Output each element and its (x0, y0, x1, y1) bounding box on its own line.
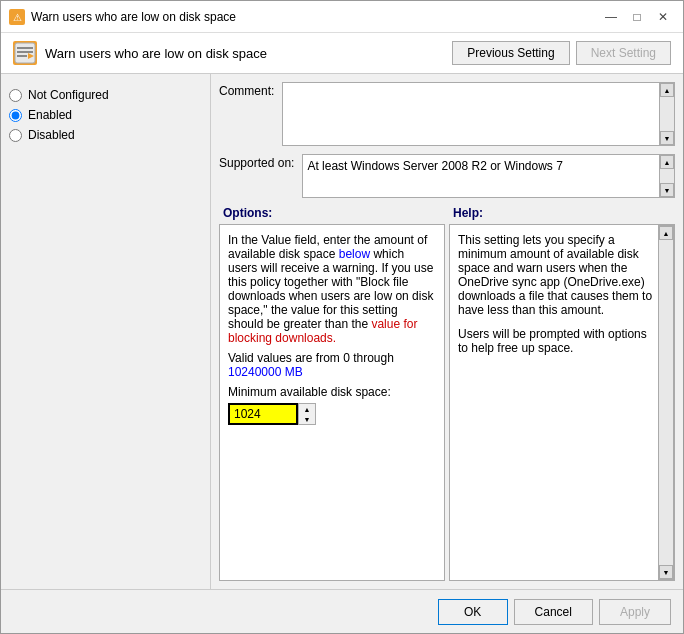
help-scroll-up[interactable]: ▲ (659, 226, 673, 240)
help-box: This setting lets you specify a minimum … (450, 225, 674, 580)
next-setting-button[interactable]: Next Setting (576, 41, 671, 65)
supported-label: Supported on: (219, 154, 294, 170)
svg-rect-5 (17, 55, 27, 57)
spinner-down-button[interactable]: ▼ (299, 414, 315, 424)
supported-value: At least Windows Server 2008 R2 or Windo… (302, 154, 675, 198)
header-buttons: Previous Setting Next Setting (452, 41, 671, 65)
not-configured-label: Not Configured (28, 88, 109, 102)
help-section: Help: This setting lets you specify a mi… (449, 206, 675, 581)
help-scrollbar[interactable]: ▲ ▼ (658, 225, 674, 580)
ok-button[interactable]: OK (438, 599, 508, 625)
enabled-radio[interactable] (9, 109, 22, 122)
options-help-row: Options: In the Value field, enter the a… (219, 206, 675, 581)
main-window: ⚠ Warn users who are low on disk space —… (0, 0, 684, 634)
options-section: Options: In the Value field, enter the a… (219, 206, 445, 581)
minimize-button[interactable]: — (599, 7, 623, 27)
cancel-button[interactable]: Cancel (514, 599, 593, 625)
supported-scroll-down[interactable]: ▼ (660, 183, 674, 197)
not-configured-radio-item[interactable]: Not Configured (9, 88, 202, 102)
supported-scroll-up[interactable]: ▲ (660, 155, 674, 169)
comment-label: Comment: (219, 82, 274, 98)
disabled-label: Disabled (28, 128, 75, 142)
disabled-radio[interactable] (9, 129, 22, 142)
supported-scroll-track (660, 169, 674, 183)
spinner-input[interactable] (228, 403, 298, 425)
help-paragraph2: Users will be prompted with options to h… (458, 327, 654, 355)
header-icon (13, 41, 37, 65)
close-button[interactable]: ✕ (651, 7, 675, 27)
help-scroll-track (659, 240, 673, 565)
svg-rect-4 (17, 51, 33, 53)
min-disk-label: Minimum available disk space: (228, 385, 436, 399)
main-content: Not Configured Enabled Disabled Comment: (1, 74, 683, 589)
header-left: Warn users who are low on disk space (13, 41, 267, 65)
help-scroll-down[interactable]: ▼ (659, 565, 673, 579)
window-title: Warn users who are low on disk space (31, 10, 236, 24)
comment-scroll-track (660, 97, 674, 131)
title-bar-left: ⚠ Warn users who are low on disk space (9, 9, 236, 25)
comment-section: Comment: ▲ ▼ (219, 82, 675, 146)
comment-scroll-down[interactable]: ▼ (660, 131, 674, 145)
svg-rect-3 (17, 47, 33, 49)
options-paragraph1: In the Value field, enter the amount of … (228, 233, 436, 345)
title-bar: ⚠ Warn users who are low on disk space —… (1, 1, 683, 33)
enabled-radio-item[interactable]: Enabled (9, 108, 202, 122)
comment-textarea[interactable] (282, 82, 675, 146)
options-box: In the Value field, enter the amount of … (219, 224, 445, 581)
left-panel: Not Configured Enabled Disabled (1, 74, 211, 589)
comment-scroll-up[interactable]: ▲ (660, 83, 674, 97)
svg-text:⚠: ⚠ (13, 12, 22, 23)
right-panel: Comment: ▲ ▼ Supported on: At least Wind… (211, 74, 683, 589)
options-label: Options: (219, 206, 445, 220)
header-section: Warn users who are low on disk space Pre… (1, 33, 683, 74)
supported-section: Supported on: At least Windows Server 20… (219, 154, 675, 198)
help-label: Help: (449, 206, 675, 220)
header-title: Warn users who are low on disk space (45, 46, 267, 61)
disabled-radio-item[interactable]: Disabled (9, 128, 202, 142)
apply-button[interactable]: Apply (599, 599, 671, 625)
not-configured-radio[interactable] (9, 89, 22, 102)
footer: OK Cancel Apply (1, 589, 683, 633)
supported-scrollbar[interactable]: ▲ ▼ (659, 154, 675, 198)
title-icon: ⚠ (9, 9, 25, 25)
spinner-buttons: ▲ ▼ (298, 403, 316, 425)
comment-scrollbar[interactable]: ▲ ▼ (659, 82, 675, 146)
enabled-label: Enabled (28, 108, 72, 122)
options-valid-values: Valid values are from 0 through 10240000… (228, 351, 436, 379)
previous-setting-button[interactable]: Previous Setting (452, 41, 569, 65)
spinner-wrap: ▲ ▼ (228, 403, 436, 425)
radio-group: Not Configured Enabled Disabled (9, 82, 202, 148)
maximize-button[interactable]: □ (625, 7, 649, 27)
help-paragraph1: This setting lets you specify a minimum … (458, 233, 654, 317)
title-bar-controls: — □ ✕ (599, 7, 675, 27)
spinner-up-button[interactable]: ▲ (299, 404, 315, 414)
